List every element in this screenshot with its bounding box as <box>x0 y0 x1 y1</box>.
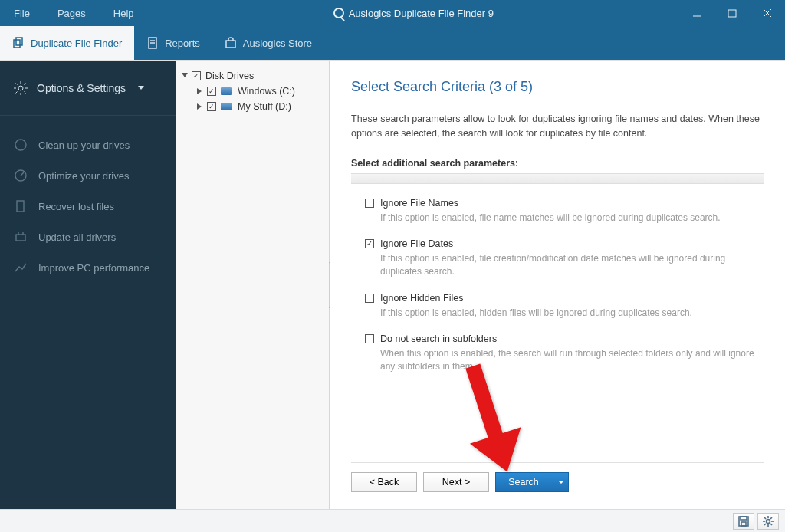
sidebar-item-recover[interactable]: Recover lost files <box>0 191 176 222</box>
svg-rect-31 <box>741 522 746 526</box>
option-label: Ignore File Names <box>380 198 458 209</box>
sidebar-item-label: Recover lost files <box>38 201 114 212</box>
svg-line-37 <box>764 517 766 519</box>
svg-point-32 <box>767 519 770 523</box>
option-hint: If this option is enabled, hidden files … <box>380 307 764 320</box>
svg-rect-22 <box>16 235 25 241</box>
svg-line-15 <box>16 83 18 84</box>
window-title: Auslogics Duplicate File Finder 9 <box>148 0 679 26</box>
maximize-button[interactable] <box>714 0 750 26</box>
option-checkbox[interactable] <box>365 334 374 343</box>
sidebar-item-drivers[interactable]: Update all drivers <box>0 222 176 252</box>
save-icon-button[interactable] <box>733 513 754 530</box>
svg-point-19 <box>15 140 26 150</box>
option-checkbox[interactable] <box>365 199 374 208</box>
search-button-label: Search <box>508 477 539 488</box>
option-label: Ignore File Dates <box>380 238 453 249</box>
tree-checkbox[interactable] <box>207 102 216 111</box>
option-ignore-hidden-files: Ignore Hidden Files If this option is en… <box>365 293 764 320</box>
minimize-button[interactable] <box>679 0 714 26</box>
option-no-subfolders: Do not search in subfolders When this op… <box>365 333 764 374</box>
content-body: Options & Settings Clean up your drives … <box>0 60 785 509</box>
option-hint: If this option is enabled, file creation… <box>380 252 764 279</box>
sidebar-item-label: Clean up your drives <box>38 140 130 151</box>
tab-duplicate-file-finder[interactable]: Duplicate File Finder <box>0 26 134 60</box>
collapse-icon[interactable] <box>181 72 189 80</box>
sidebar-item-clean[interactable]: Clean up your drives <box>0 130 176 160</box>
next-button[interactable]: Next > <box>423 472 489 492</box>
menu-help[interactable]: Help <box>100 0 148 26</box>
svg-point-10 <box>18 86 23 90</box>
sidebar-item-label: Update all drivers <box>38 232 116 243</box>
svg-rect-4 <box>14 40 20 48</box>
tree-label: Disk Drives <box>205 71 254 81</box>
tree-node-root[interactable]: Disk Drives <box>181 68 324 84</box>
recover-icon <box>14 199 28 213</box>
option-ignore-file-dates: Ignore File Dates If this option is enab… <box>365 238 764 279</box>
svg-line-17 <box>16 91 18 93</box>
options-list: Ignore File Names If this option is enab… <box>351 198 764 374</box>
sidebar-item-improve[interactable]: Improve PC performance <box>0 252 176 283</box>
option-hint: When this option is enabled, the search … <box>380 347 764 374</box>
drive-icon <box>221 103 232 110</box>
tree-label: My Stuff (D:) <box>238 101 291 112</box>
tab-auslogics-store[interactable]: Auslogics Store <box>212 26 324 60</box>
improve-icon <box>14 261 28 274</box>
tab-label: Reports <box>165 38 200 49</box>
sidebar-item-label: Improve PC performance <box>38 262 149 274</box>
svg-rect-21 <box>17 201 24 212</box>
svg-marker-26 <box>197 88 202 94</box>
svg-marker-27 <box>197 103 202 110</box>
option-checkbox[interactable] <box>365 294 374 303</box>
drivers-icon <box>14 230 28 244</box>
tree-checkbox[interactable] <box>192 71 201 80</box>
gear-icon <box>14 81 28 95</box>
title-bar: File Pages Help Auslogics Duplicate File… <box>0 0 785 26</box>
drive-icon <box>221 87 232 95</box>
search-dropdown-icon[interactable] <box>553 473 568 491</box>
option-ignore-file-names: Ignore File Names If this option is enab… <box>365 198 764 225</box>
tab-reports[interactable]: Reports <box>134 26 212 60</box>
svg-rect-9 <box>226 41 235 48</box>
store-icon <box>225 37 237 49</box>
expand-icon[interactable] <box>196 87 204 95</box>
svg-line-39 <box>764 524 766 525</box>
search-button[interactable]: Search <box>495 472 569 492</box>
app-logo-icon <box>333 8 344 18</box>
svg-line-38 <box>770 524 772 525</box>
main-panel: Select Search Criteria (3 of 5) These se… <box>330 61 785 509</box>
svg-marker-25 <box>182 73 188 77</box>
sidebar-head-label: Options & Settings <box>37 82 126 94</box>
back-button[interactable]: < Back <box>351 472 417 492</box>
report-icon <box>146 37 159 49</box>
option-checkbox[interactable] <box>365 239 374 248</box>
chevron-down-icon <box>138 86 144 90</box>
copy-icon <box>12 37 25 49</box>
tree-node-drive-c[interactable]: Windows (C:) <box>181 84 324 99</box>
option-label: Do not search in subfolders <box>380 333 497 344</box>
page-description: These search parameters allow to look fo… <box>351 112 764 141</box>
expand-icon[interactable] <box>196 103 204 110</box>
window-title-text: Auslogics Duplicate File Finder 9 <box>349 8 494 19</box>
parameters-heading: Select additional search parameters: <box>351 158 764 169</box>
tree-checkbox[interactable] <box>207 87 216 96</box>
tree-node-drive-d[interactable]: My Stuff (D:) <box>181 99 324 114</box>
option-hint: If this option is enabled, file name mat… <box>380 212 764 225</box>
status-bar <box>0 509 785 532</box>
svg-line-16 <box>25 91 26 93</box>
clean-icon <box>14 138 28 152</box>
settings-icon-button[interactable] <box>757 513 779 530</box>
close-button[interactable] <box>750 0 785 26</box>
menu-pages[interactable]: Pages <box>44 0 100 26</box>
tree-label: Windows (C:) <box>238 86 295 97</box>
svg-line-18 <box>25 83 26 84</box>
app-menu: File Pages Help <box>0 0 148 26</box>
menu-file[interactable]: File <box>0 0 44 26</box>
options-and-settings[interactable]: Options & Settings <box>0 61 176 116</box>
sidebar-items: Clean up your drives Optimize your drive… <box>0 116 176 297</box>
drive-tree: Disk Drives Windows (C:) My Stuff (D:) <box>176 61 329 122</box>
svg-rect-5 <box>16 38 22 45</box>
sidebar-item-label: Optimize your drives <box>38 170 129 182</box>
svg-marker-28 <box>460 363 521 478</box>
sidebar-item-optimize[interactable]: Optimize your drives <box>0 160 176 191</box>
